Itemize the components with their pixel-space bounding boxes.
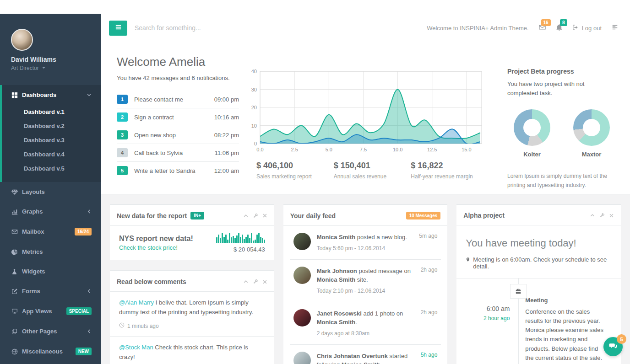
topbar-right: Welcome to INSPINIA+ Admin Theme. 16 8 L… (427, 24, 619, 32)
collapse-icon[interactable] (243, 279, 249, 284)
task-time: 08:22 pm (214, 132, 239, 139)
task-row-2[interactable]: 2Sign a contract10:16 am (117, 108, 239, 126)
task-row-4[interactable]: 4Call back to Sylvia11:06 pm (117, 144, 239, 162)
svg-text:10.0: 10.0 (393, 147, 402, 152)
project-beta-column: Project Beta progress You have two proje… (507, 42, 621, 194)
meeting-headline: You have meeting today! (466, 237, 612, 249)
svg-text:0.0: 0.0 (256, 147, 263, 152)
close-icon[interactable] (262, 213, 267, 218)
search-input[interactable] (135, 24, 267, 32)
task-row-1[interactable]: 1Please contact me09:00 pm (117, 91, 239, 108)
sidebar-section-layouts: Layouts (0, 182, 101, 202)
maxtor-donut-chart: Maxtor (573, 109, 610, 158)
svg-text:12.5: 12.5 (427, 147, 437, 152)
timeline-time: 6:00 am (466, 305, 510, 312)
stock-price-link[interactable]: Check the stock price! (119, 244, 193, 251)
task-row-3[interactable]: 3Open new shop08:22 pm (117, 126, 239, 144)
avatar (293, 309, 311, 327)
sidebar-item-dashboards[interactable]: Dashboards (2, 85, 101, 105)
svg-text:0: 0 (254, 141, 257, 146)
wrench-icon[interactable] (253, 279, 258, 284)
timeline-text: Conference on the sales results for the … (525, 307, 606, 363)
feed-title: Your daily feed (290, 212, 336, 219)
user-role-dropdown[interactable]: Art Director (11, 65, 101, 71)
sidebar-section-dashboards: DashboardsDashboard v.1Dashboard v.2Dash… (0, 85, 101, 182)
sidebar-subitem-dashboard-v-1[interactable]: Dashboard v.1 (2, 105, 101, 119)
sidebar-item-label: Forms (22, 288, 87, 294)
bar-chart-icon (11, 209, 22, 215)
messages-dropdown[interactable]: 16 (538, 24, 546, 32)
task-text: Call back to Sylvia (134, 150, 215, 156)
briefcase-icon (510, 284, 527, 299)
feed-ago: 5m ago (419, 233, 437, 252)
sidebar-item-layouts[interactable]: Layouts (0, 182, 101, 202)
feed-date: Today 2:10 pm - 12.06.2014 (317, 287, 418, 295)
dashboard-hero: Welcome Amelia You have 42 messages and … (101, 42, 630, 194)
collapse-icon[interactable] (590, 213, 595, 218)
pie-chart-icon (11, 249, 22, 255)
close-icon[interactable] (262, 279, 267, 284)
report-title: New data for the report (117, 212, 187, 219)
wrench-icon[interactable] (599, 213, 605, 218)
comments-title: Read below comments (117, 278, 186, 285)
chevron-down-icon (87, 92, 92, 97)
feed-item-4[interactable]: Chris Johnatan Overtunk started followin… (290, 345, 441, 364)
app-screen: David Williams Art Director DashboardsDa… (0, 0, 630, 364)
sidebar-item-mailbox[interactable]: Mailbox16/24 (0, 221, 101, 242)
report-panel: New data for the report IN+ NYS report n… (110, 204, 274, 260)
list-bars-icon (611, 24, 619, 32)
task-number-badge: 5 (117, 166, 128, 175)
sidebar-item-other-pages[interactable]: Other Pages (0, 321, 101, 341)
chevron-left-icon (87, 329, 92, 334)
sidebar-item-label: Metrics (22, 248, 92, 255)
sidebar-item-label: App Views (22, 308, 64, 315)
sidebar-item-app-views[interactable]: App ViewsSPECIAL (0, 301, 101, 321)
comment-item-1: @Alan Marry I belive that. Lorem Ipsum i… (110, 292, 274, 337)
wrench-icon[interactable] (253, 213, 258, 219)
sidebar-subitem-dashboard-v-2[interactable]: Dashboard v.2 (2, 119, 101, 133)
user-mention-link[interactable]: @Alan Marry (119, 299, 154, 306)
feed-ago: 5h ago (421, 352, 438, 364)
notifications-dropdown[interactable]: 8 (556, 24, 563, 32)
close-icon[interactable] (609, 213, 614, 218)
task-row-5[interactable]: 5Write a letter to Sandra12:00 am (117, 162, 239, 179)
sidebar-toggle-button[interactable] (109, 21, 127, 36)
flask-icon (11, 268, 22, 275)
feed-date: 2 days ago at 8:30am (317, 329, 418, 337)
sidebar-subitem-dashboard-v-5[interactable]: Dashboard v.5 (2, 161, 101, 176)
avatar (293, 352, 311, 364)
project-beta-footer: Lorem Ipsum is simply dummy text of the … (507, 171, 615, 190)
panel-tools (243, 213, 267, 219)
chat-bubbles-icon (609, 342, 618, 352)
user-mention-link[interactable]: @Stock Man (119, 344, 153, 351)
sidebar-item-widgets[interactable]: Widgets (0, 262, 101, 281)
sidebar-section-other-pages: Other Pages (0, 321, 101, 341)
feed-date: Today 5:60 pm - 12.06.2014 (317, 244, 417, 252)
hamburger-icon (115, 24, 122, 32)
welcome-subtitle: You have 42 messages and 6 notifications… (117, 75, 246, 81)
feed-ago: 2h ago (421, 267, 438, 295)
sidebar-badge-mailbox: 16/24 (75, 228, 92, 236)
sidebar-item-metrics[interactable]: Metrics (0, 242, 101, 262)
right-sidebar-toggle[interactable] (611, 24, 619, 32)
feed-item-3[interactable]: Janet Rosowski add 1 photo on Monica Smi… (290, 302, 441, 345)
user-name: David Williams (11, 56, 101, 63)
alpha-panel-content: You have meeting today! Meeting is on 6:… (456, 225, 621, 364)
collapse-icon[interactable] (243, 213, 249, 219)
kolter-donut-chart: Kolter (514, 109, 550, 158)
logout-link[interactable]: Log out (572, 24, 602, 32)
report-panel-title: New data for the report IN+ (110, 204, 274, 226)
sidebar-item-forms[interactable]: Forms (0, 281, 101, 301)
chat-button[interactable]: 5 (603, 337, 623, 356)
feed-body: Monica Smith posted a new blog.Today 5:6… (317, 233, 417, 252)
panel-tools (590, 213, 614, 218)
sidebar-item-miscellaneous[interactable]: MiscellaneousNEW (0, 341, 101, 362)
sidebar-subitem-dashboard-v-3[interactable]: Dashboard v.3 (2, 133, 101, 147)
avatar[interactable] (11, 29, 33, 51)
meeting-note-text: Meeting is on 6:00am. Check your schedul… (473, 256, 612, 270)
feed-item-2[interactable]: Mark Johnson posted message on Monica Sm… (290, 260, 441, 302)
welcome-column: Welcome Amelia You have 42 messages and … (117, 42, 246, 194)
feed-item-1[interactable]: Monica Smith posted a new blog.Today 5:6… (290, 226, 441, 260)
sidebar-item-graphs[interactable]: Graphs (0, 202, 101, 221)
sidebar-subitem-dashboard-v-4[interactable]: Dashboard v.4 (2, 147, 101, 161)
